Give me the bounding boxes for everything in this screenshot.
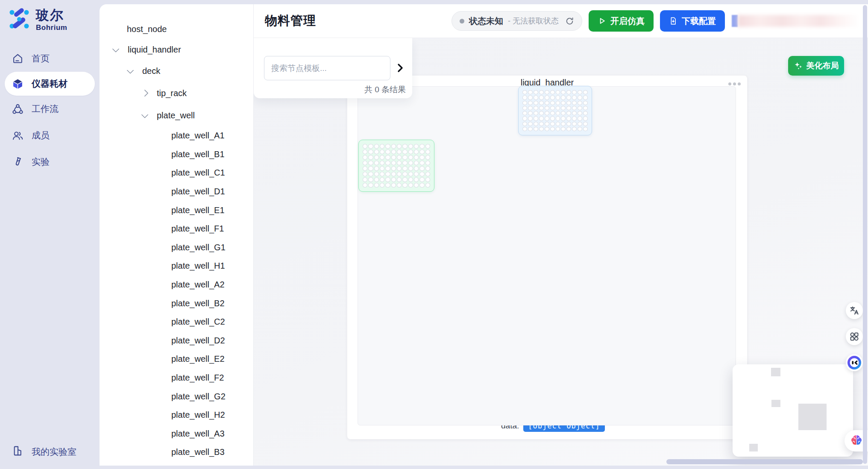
tree-item[interactable]: plate_well_B3 [100,443,253,462]
well [550,116,555,120]
well [391,177,396,182]
sidebar-item-label: 首页 [32,53,50,64]
well [374,172,379,176]
tree-item[interactable]: plate_well_A1 [100,126,253,145]
well [545,95,549,100]
well [363,161,367,165]
tree-item[interactable]: plate_well_C1 [100,164,253,182]
tree-item[interactable]: plate_well_B1 [100,145,253,164]
well [539,111,544,115]
minimap-node-rect [771,400,780,407]
tree-item[interactable]: plate_well [100,104,253,126]
well [534,90,538,94]
well-plate-plate-well[interactable] [358,140,434,192]
tree-item[interactable]: plate_well_B2 [100,294,253,313]
tree-item[interactable]: plate_well_C2 [100,313,253,331]
well [578,101,582,105]
layout-canvas[interactable]: 共 0 条结果 liquid_handler data: [object Obj… [254,38,868,466]
sidebar-item-members[interactable]: 成员 [0,122,100,149]
well [363,166,367,171]
sidebar-item-instruments[interactable]: 仪器耗材 [5,72,95,96]
well [545,116,549,120]
canvas-minimap[interactable] [733,364,853,457]
well [368,166,373,171]
beautify-layout-button[interactable]: 美化布局 [788,56,844,76]
well [380,166,384,171]
tree-item[interactable]: plate_well_D1 [100,182,253,201]
tree-item[interactable]: tip_rack [100,82,253,104]
tree-item[interactable]: plate_well_E2 [100,350,253,369]
well [522,111,527,115]
tree-chevron-icon[interactable] [127,67,134,74]
tree-item[interactable]: plate_well_D2 [100,331,253,350]
well [419,177,424,182]
well-plate-tip-rack[interactable] [518,86,592,135]
well [402,161,407,165]
well [419,161,424,165]
refresh-icon[interactable] [565,17,574,26]
status-badge: 状态未知 - 无法获取状态 [452,11,582,31]
well [391,149,396,154]
tree-item[interactable]: plate_well_H1 [100,257,253,276]
horizontal-scrollbar[interactable] [666,459,863,464]
sparkles-icon [794,61,803,70]
liquid-handler-node[interactable]: liquid_handler data: [object Object] [347,75,748,440]
start-simulation-button[interactable]: 开启仿真 [589,10,654,32]
tree-chevron-icon[interactable] [141,90,149,97]
tree-item-label: plate_well_B1 [171,149,225,159]
sidebar-item-workflow[interactable]: 工作流 [0,96,100,122]
sidebar-item-my-lab[interactable]: 我的实验室 [12,445,76,459]
well [528,127,533,131]
tree-chevron-icon[interactable] [141,111,149,118]
node-tree-panel: host_node liquid_handler deck tip_rack p… [100,4,254,466]
sidebar-footer-label: 我的实验室 [32,446,76,458]
well [583,111,588,115]
tree-item[interactable]: plate_well_H2 [100,406,253,425]
tree-item-label: plate_well_A3 [171,429,225,439]
redacted-user-info [732,15,860,27]
well [572,127,577,131]
well [572,116,577,120]
brand-logo[interactable]: 玻尔 Bohrium [0,0,100,32]
well [522,95,527,100]
tree-item[interactable]: host_node [100,19,253,39]
search-input[interactable] [264,56,390,80]
page-header: 物料管理 状态未知 - 无法获取状态 开启仿真 [254,4,868,38]
download-config-button[interactable]: 下载配置 [660,10,725,32]
well [425,161,430,165]
well [391,161,396,165]
well [545,106,549,110]
node-menu-dots-icon[interactable] [728,82,741,85]
well [363,177,367,182]
tree-chevron-icon[interactable] [112,45,120,53]
vertical-scrollbar[interactable] [863,5,867,464]
well [380,161,384,165]
well [556,95,560,100]
apps-grid-button[interactable] [846,328,863,345]
tree-item[interactable]: liquid_handler [100,39,253,60]
redacted-blur-strip [738,15,860,27]
well [550,127,555,131]
tree-item[interactable]: plate_well_G2 [100,387,253,406]
tree-item[interactable]: plate_well_F1 [100,220,253,238]
tree-item[interactable]: plate_well_G1 [100,238,253,257]
tree-item[interactable]: plate_well_A2 [100,276,253,294]
sidebar-item-experiment[interactable]: 实验 [0,149,100,175]
well [385,183,390,188]
well [583,127,588,131]
well [539,116,544,120]
tree-item[interactable]: deck [100,60,253,82]
translate-button[interactable] [846,302,863,319]
well [534,127,538,131]
collapse-panel-icon[interactable] [395,62,405,74]
sidebar-item-label: 实验 [32,156,50,168]
well [419,183,424,188]
sidebar-item-home[interactable]: 首页 [0,45,100,72]
ai-assistant-button[interactable] [846,354,863,371]
tree-item[interactable]: plate_well_F2 [100,369,253,387]
tree-item[interactable]: plate_well_E1 [100,201,253,220]
well [397,166,402,171]
translate-icon [849,305,859,316]
well [380,183,384,188]
tree-item[interactable]: plate_well_A3 [100,425,253,443]
